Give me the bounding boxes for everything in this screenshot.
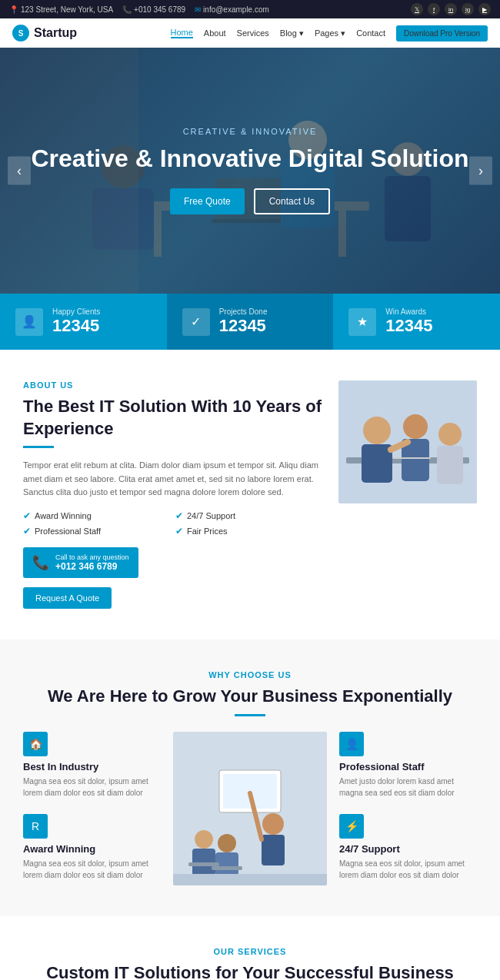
social-links: 𝕏 f in ig ▶ <box>411 3 491 15</box>
why-col-left: 🏠 Best In Industry Magna sea eos sit dol… <box>23 732 161 881</box>
svg-point-15 <box>363 417 391 444</box>
svg-point-17 <box>403 414 428 439</box>
check-24-7: ✔ 24/7 Support <box>175 510 323 521</box>
linkedin-icon[interactable]: in <box>445 3 457 15</box>
check-icon-4: ✔ <box>175 526 183 537</box>
happy-clients-number: 12345 <box>52 316 100 336</box>
hero-buttons: Free Quote Contact Us <box>32 188 469 214</box>
why-support-text: Magna sea eos sit dolor, ipsum amet lore… <box>339 858 477 881</box>
why-tag: WHY CHOOSE US <box>23 670 477 679</box>
why-col-right: 👤 Professional Staff Amet justo dolor lo… <box>339 732 477 881</box>
why-section: WHY CHOOSE US We Are Here to Grow Your B… <box>0 639 500 916</box>
nav-about[interactable]: About <box>204 28 226 38</box>
stat-projects-done: ✓ Projects Done 12345 <box>167 294 334 350</box>
about-title: The Best IT Solution With 10 Years of Ex… <box>23 396 323 440</box>
about-illustration <box>338 380 477 503</box>
brand[interactable]: S Startup <box>12 25 77 42</box>
about-text: Tempor erat elit rebum at clita. Diam do… <box>23 459 323 500</box>
check-professional-staff: ✔ Professional Staff <box>23 526 171 537</box>
projects-done-icon: ✓ <box>182 308 210 336</box>
services-section: OUR SERVICES Custom IT Solutions for You… <box>0 916 500 980</box>
why-best-text: Magna sea eos sit dolor, ipsum amet lore… <box>23 776 161 799</box>
request-quote-button[interactable]: Request A Quote <box>23 587 112 609</box>
why-divider <box>235 714 265 716</box>
why-center-image <box>173 732 327 885</box>
nav-blog[interactable]: Blog ▾ <box>280 28 304 38</box>
stat-win-awards: ★ Win Awards 12345 <box>333 294 500 350</box>
topbar-left: 📍 123 Street, New York, USA 📞 +010 345 6… <box>9 5 269 14</box>
why-prof-text: Amet justo dolor lorem kasd amet magna s… <box>339 776 477 799</box>
contact-us-button[interactable]: Contact Us <box>254 188 330 214</box>
instagram-icon[interactable]: ig <box>462 3 474 15</box>
win-awards-icon: ★ <box>348 308 376 336</box>
hero-prev-arrow[interactable]: ‹ <box>8 157 31 185</box>
win-awards-label: Win Awards <box>385 307 432 316</box>
win-awards-number: 12345 <box>385 316 432 336</box>
why-best-in-industry: 🏠 Best In Industry Magna sea eos sit dol… <box>23 732 161 799</box>
about-grid: ABOUT US The Best IT Solution With 10 Ye… <box>23 380 477 609</box>
why-support-title: 24/7 Support <box>339 843 477 855</box>
brand-icon: S <box>12 25 29 42</box>
nav-contact[interactable]: Contact <box>356 28 385 38</box>
nav-home[interactable]: Home <box>171 28 193 38</box>
about-right <box>338 380 477 503</box>
hero-title: Creative & Innovative Digital Solution <box>32 144 469 173</box>
services-title: Custom IT Solutions for Your Successful … <box>23 962 477 980</box>
svg-point-26 <box>262 813 284 835</box>
why-award-title: Award Winning <box>23 843 161 855</box>
svg-rect-20 <box>437 446 463 484</box>
check-fair-prices: ✔ Fair Prices <box>175 526 323 537</box>
email: ✉ info@example.com <box>195 5 269 14</box>
why-award-text: Magna sea eos sit dolor, ipsum amet lore… <box>23 858 161 881</box>
facebook-icon[interactable]: f <box>428 3 440 15</box>
about-checks: ✔ Award Winning ✔ 24/7 Support ✔ Profess… <box>23 510 323 537</box>
youtube-icon[interactable]: ▶ <box>478 3 491 15</box>
svg-rect-22 <box>392 457 431 459</box>
topbar: 📍 123 Street, New York, USA 📞 +010 345 6… <box>0 0 500 18</box>
247-support-icon: ⚡ <box>339 814 364 839</box>
svg-point-31 <box>218 834 236 852</box>
hero-section: CREATIVE & INNOVATIVE Creative & Innovat… <box>0 48 500 294</box>
twitter-icon[interactable]: 𝕏 <box>411 3 423 15</box>
svg-rect-30 <box>192 849 215 875</box>
svg-rect-16 <box>362 444 392 483</box>
why-illustration <box>173 732 327 885</box>
why-247-support: ⚡ 24/7 Support Magna sea eos sit dolor, … <box>339 814 477 881</box>
why-best-title: Best In Industry <box>23 761 161 772</box>
svg-rect-34 <box>212 866 242 870</box>
svg-point-19 <box>438 423 462 446</box>
why-professional-staff: 👤 Professional Staff Amet justo dolor lo… <box>339 732 477 799</box>
nav-services[interactable]: Services <box>237 28 269 38</box>
brand-name: Startup <box>34 26 77 40</box>
phone: 📞 +010 345 6789 <box>122 5 185 14</box>
address: 📍 123 Street, New York, USA <box>9 5 113 14</box>
nav-pages[interactable]: Pages ▾ <box>315 28 345 38</box>
projects-done-number: 12345 <box>219 316 268 336</box>
svg-rect-35 <box>173 874 327 885</box>
happy-clients-label: Happy Clients <box>52 307 100 316</box>
check-award-winning: ✔ Award Winning <box>23 510 171 521</box>
hero-subtitle: CREATIVE & INNOVATIVE <box>32 127 469 136</box>
call-label: Call to ask any question <box>55 553 129 561</box>
why-prof-title: Professional Staff <box>339 761 477 772</box>
phone-icon: 📞 <box>32 554 49 571</box>
happy-clients-icon: 👤 <box>15 308 43 336</box>
about-divider <box>23 446 54 448</box>
svg-point-29 <box>195 830 213 849</box>
download-pro-button[interactable]: Download Pro Version <box>396 25 488 42</box>
services-tag: OUR SERVICES <box>23 947 477 956</box>
award-winning-icon: R <box>23 814 48 839</box>
free-quote-button[interactable]: Free Quote <box>170 188 245 214</box>
nav-links: Home About Services Blog ▾ Pages ▾ Conta… <box>171 25 488 42</box>
call-box: 📞 Call to ask any question +012 346 6789 <box>23 547 138 578</box>
check-icon-1: ✔ <box>23 510 31 521</box>
stat-happy-clients: 👤 Happy Clients 12345 <box>0 294 167 350</box>
about-left: ABOUT US The Best IT Solution With 10 Ye… <box>23 380 323 609</box>
svg-rect-27 <box>262 835 285 865</box>
why-grid: 🏠 Best In Industry Magna sea eos sit dol… <box>23 732 477 885</box>
best-in-industry-icon: 🏠 <box>23 732 48 756</box>
projects-done-label: Projects Done <box>219 307 268 316</box>
call-number: +012 346 6789 <box>55 561 129 572</box>
about-image <box>338 380 477 503</box>
hero-next-arrow[interactable]: › <box>469 157 492 185</box>
